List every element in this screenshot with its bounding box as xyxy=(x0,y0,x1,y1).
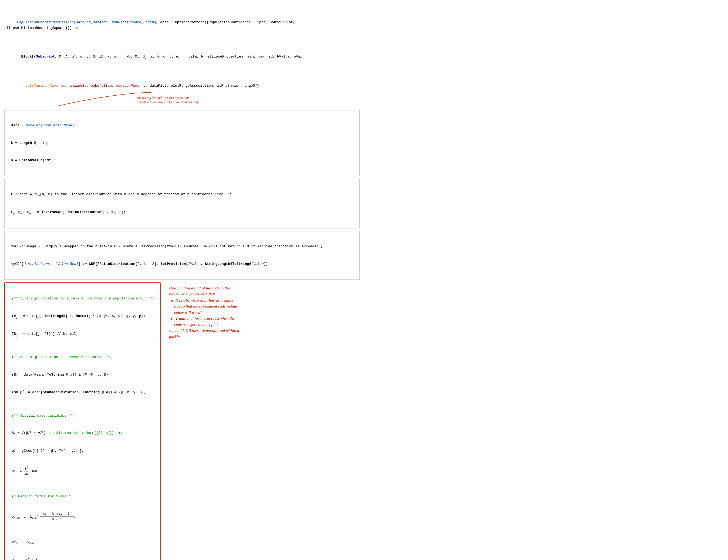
phihat-line: φ̂* = γβtoφ[<|"β" → β̂*, "γ" → γ̂*|>]; xyxy=(8,448,158,454)
main-content: PopulationConfidenceEllipse[dataSet_Data… xyxy=(4,3,360,560)
red-boxed-code: (** Subscript notation to access a row f… xyxy=(4,282,161,560)
f-usage-line: F::usage = "Fα[n, m] is the Fischer dist… xyxy=(7,192,357,198)
subscript-comment1: (** Subscript notation to access a row f… xyxy=(8,296,158,302)
red-box-region: (** Subscript notation to access a row f… xyxy=(4,282,360,560)
f-def-line: Fp_[n_, m_] := InverseCDF[FRatioDistribu… xyxy=(7,210,357,215)
mycdf-usage-line: myCDF::usage = "Simply a wrapper on the … xyxy=(7,244,357,249)
ahat-line: Â* = √(β̂*² + γ̂*²) (* Alternative : Nor… xyxy=(8,430,158,436)
data-setup-block: data = dataSet[populationName]; k = Leng… xyxy=(4,110,360,176)
sigma2-line: σ²A_ := σA,A; xyxy=(8,539,158,545)
fn-name-text: PopulationConfidenceEllipse xyxy=(17,20,74,24)
mycdf-block: myCDF::usage = "Simply a wrapper on the … xyxy=(4,231,360,280)
sigma-ab-line: σA_,β_ := Σi=1k (Ai - Â*)(Bi - β̂*)k - 1… xyxy=(8,511,158,522)
sd-def-line: (sd[β̂*] = data[StandardDeviation, ToStr… xyxy=(8,390,158,396)
subscript-comment2: (** Subscript notation to access Mean va… xyxy=(8,355,158,360)
subscript-section: (** Subscript notation to access a row f… xyxy=(8,285,158,560)
block-line2: optsContourPlot, eq, unwindEq, eqLeftSid… xyxy=(4,77,360,94)
function-signature-line1: PopulationConfidenceEllipse[dataSet_Data… xyxy=(4,14,360,37)
sigma-comment: (* Generic forms for Sigma *) xyxy=(8,494,158,500)
arrow-svg xyxy=(58,91,150,107)
k-line: k = Length @ data; xyxy=(7,140,357,146)
data-line: data = dataSet[populationName]; xyxy=(7,123,357,129)
code-header: PopulationConfidenceEllipse[dataSet_Data… xyxy=(4,3,360,106)
mycdf-def-line: myCDF[distribution_, fValue_Real] := CDF… xyxy=(7,261,357,267)
special-comment: (** Special case variables **) xyxy=(8,413,158,419)
f-usage-block: F::usage = "Fα[n, m] is the Fischer dist… xyxy=(4,179,360,228)
sigmaA-line: σA_ := √(σ²A); xyxy=(8,557,158,560)
phi0-line: φ°* = φ̂*2π 360; xyxy=(8,466,158,477)
block-line1: Block[{Subscript, M, A, φ°, φ, γ, β, ID,… xyxy=(4,48,360,66)
red-annotation: How can I move all of the code in this r… xyxy=(169,285,269,340)
mean-def-line: (β̂* = data[Mean, ToString @ #]) & /@ {M… xyxy=(8,372,158,378)
id-line: IDj_ := data[j, "ID"] // Normal; xyxy=(8,331,158,337)
alpha-line: α = OptionValue["α"]; xyxy=(7,158,357,163)
subscript-row-line: (#j_ := data[j, ToString@#] // Normal) &… xyxy=(8,313,158,319)
